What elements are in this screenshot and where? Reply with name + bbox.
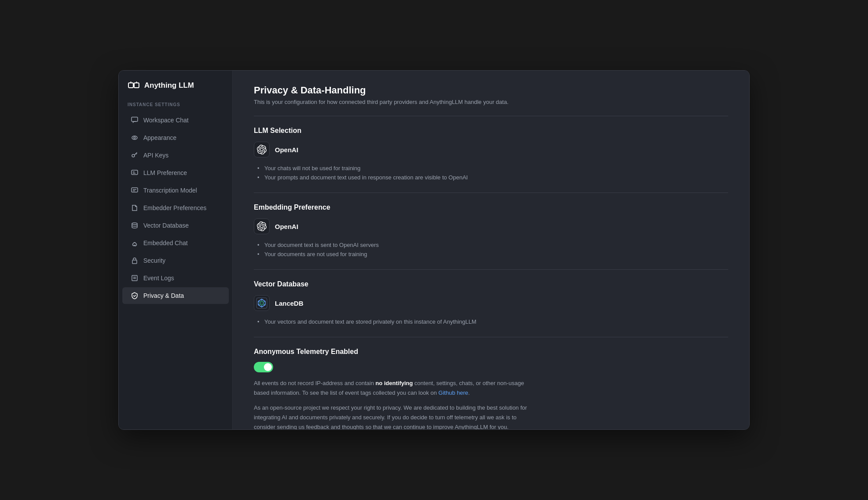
llm-section-title: LLM Selection bbox=[254, 127, 728, 135]
github-link[interactable]: Github here bbox=[438, 389, 468, 396]
key-icon bbox=[131, 152, 138, 159]
lock-icon bbox=[131, 257, 138, 264]
lancedb-icon bbox=[256, 297, 268, 309]
vector-provider-name: LanceDB bbox=[275, 300, 303, 307]
telemetry-toggle[interactable] bbox=[254, 362, 273, 372]
db-icon bbox=[131, 222, 138, 229]
telemetry-desc-bold: no identifying bbox=[376, 380, 413, 386]
telemetry-description: All events do not record IP-address and … bbox=[254, 379, 534, 398]
sidebar-item-label: Transcription Model bbox=[143, 187, 197, 194]
sidebar-item-embedder-preferences[interactable]: Embedder Preferences bbox=[122, 200, 229, 216]
telemetry-title: Anonymous Telemetry Enabled bbox=[254, 348, 728, 356]
log-icon bbox=[131, 275, 138, 282]
svg-point-6 bbox=[134, 137, 135, 139]
sidebar-item-label: Event Logs bbox=[143, 275, 174, 282]
toggle-knob bbox=[264, 363, 272, 371]
svg-marker-21 bbox=[260, 301, 263, 305]
sidebar-item-appearance[interactable]: Appearance bbox=[122, 129, 229, 146]
chat-icon bbox=[131, 117, 138, 124]
main-content: Privacy & Data-Handling This is your con… bbox=[233, 71, 749, 429]
embedding-bullet-2: Your documents are not used for training bbox=[257, 250, 728, 259]
doc-icon bbox=[131, 204, 138, 211]
divider-3 bbox=[254, 269, 728, 270]
sidebar-item-label: Privacy & Data bbox=[143, 292, 184, 299]
transcription-icon bbox=[131, 187, 138, 194]
lancedb-icon-wrapper bbox=[254, 295, 270, 311]
sidebar-item-label: Embedder Preferences bbox=[143, 204, 206, 211]
llm-provider-card: OpenAI bbox=[254, 142, 728, 157]
eye-icon bbox=[131, 134, 138, 141]
svg-point-5 bbox=[132, 136, 137, 139]
embedding-bullet-1: Your document text is sent to OpenAI ser… bbox=[257, 240, 728, 250]
app-window: Anything LLM INSTANCE SETTINGS Workspace… bbox=[118, 70, 750, 430]
svg-rect-15 bbox=[132, 260, 137, 264]
embedding-provider-name: OpenAI bbox=[275, 223, 298, 230]
vector-section-title: Vector Database bbox=[254, 280, 728, 288]
svg-rect-11 bbox=[132, 188, 138, 192]
svg-rect-1 bbox=[134, 83, 139, 88]
sidebar: Anything LLM INSTANCE SETTINGS Workspace… bbox=[119, 71, 233, 429]
embedding-section-title: Embedding Preference bbox=[254, 204, 728, 211]
sidebar-item-vector-database[interactable]: Vector Database bbox=[122, 217, 229, 234]
sidebar-item-label: Embedded Chat bbox=[143, 239, 188, 246]
sidebar-item-embedded-chat[interactable]: Embedded Chat bbox=[122, 235, 229, 251]
llm-provider-name: OpenAI bbox=[275, 146, 298, 154]
sidebar-item-label: API Keys bbox=[143, 152, 169, 159]
sidebar-item-label: Vector Database bbox=[143, 222, 189, 229]
svg-rect-16 bbox=[132, 275, 137, 281]
privacy-icon bbox=[131, 292, 138, 299]
embedding-section: Embedding Preference OpenAI Your documen… bbox=[254, 204, 728, 259]
llm-bullet-2: Your prompts and document text used in r… bbox=[257, 173, 728, 182]
divider-2 bbox=[254, 193, 728, 193]
svg-point-14 bbox=[132, 223, 137, 225]
llm-icon bbox=[131, 169, 138, 176]
page-title: Privacy & Data-Handling bbox=[254, 85, 728, 96]
page-subtitle: This is your configuration for how conne… bbox=[254, 99, 728, 105]
sidebar-item-label: LLM Preference bbox=[143, 169, 187, 176]
llm-bullets: Your chats will not be used for training… bbox=[257, 164, 728, 182]
svg-rect-4 bbox=[132, 117, 138, 121]
llm-selection-section: LLM Selection OpenAI Your chats will not… bbox=[254, 127, 728, 182]
divider-4 bbox=[254, 337, 728, 337]
sidebar-item-label: Appearance bbox=[143, 134, 177, 141]
telemetry-paragraph-text: As an open-source project we respect you… bbox=[254, 404, 527, 429]
sidebar-item-privacy-data[interactable]: Privacy & Data bbox=[122, 287, 229, 304]
telemetry-desc-prefix: All events do not record IP-address and … bbox=[254, 380, 376, 386]
link-icon bbox=[131, 239, 138, 246]
sidebar-section-label: INSTANCE SETTINGS bbox=[119, 102, 232, 111]
sidebar-item-workspace-chat[interactable]: Workspace Chat bbox=[122, 112, 229, 129]
openai-icon-embedding bbox=[254, 218, 270, 234]
sidebar-item-transcription-model[interactable]: Transcription Model bbox=[122, 182, 229, 199]
vector-bullets: Your vectors and document text are store… bbox=[257, 317, 728, 326]
sidebar-item-event-logs[interactable]: Event Logs bbox=[122, 270, 229, 286]
embedding-bullets: Your document text is sent to OpenAI ser… bbox=[257, 240, 728, 259]
vector-provider-card: LanceDB bbox=[254, 295, 728, 311]
sidebar-item-llm-preference[interactable]: LLM Preference bbox=[122, 164, 229, 181]
embedding-provider-card: OpenAI bbox=[254, 218, 728, 234]
openai-icon-llm bbox=[254, 142, 270, 157]
sidebar-item-label: Security bbox=[143, 257, 166, 264]
app-logo: Anything LLM bbox=[119, 79, 232, 102]
logo-icon bbox=[128, 79, 140, 92]
svg-rect-8 bbox=[132, 170, 138, 175]
telemetry-paragraph: As an open-source project we respect you… bbox=[254, 403, 534, 429]
divider-1 bbox=[254, 116, 728, 116]
sidebar-item-label: Workspace Chat bbox=[143, 117, 189, 124]
llm-bullet-1: Your chats will not be used for training bbox=[257, 164, 728, 173]
app-name: Anything LLM bbox=[144, 81, 194, 90]
page-header: Privacy & Data-Handling This is your con… bbox=[254, 85, 728, 105]
sidebar-item-security[interactable]: Security bbox=[122, 252, 229, 269]
svg-rect-0 bbox=[128, 83, 133, 88]
telemetry-section: Anonymous Telemetry Enabled All events d… bbox=[254, 348, 728, 429]
sidebar-item-api-keys[interactable]: API Keys bbox=[122, 147, 229, 164]
vector-database-section: Vector Database LanceDB bbox=[254, 280, 728, 326]
vector-bullet-1: Your vectors and document text are store… bbox=[257, 317, 728, 326]
